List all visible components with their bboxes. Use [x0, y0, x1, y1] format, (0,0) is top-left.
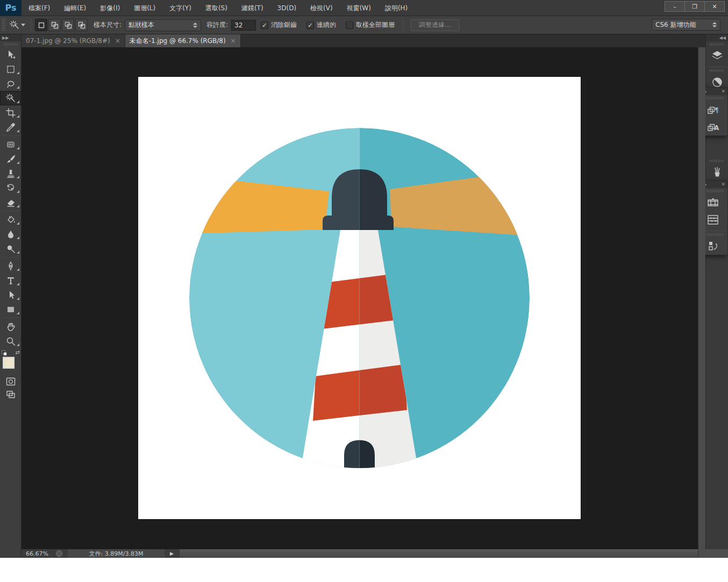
dodge-tool[interactable] — [0, 241, 22, 256]
restore-button[interactable]: ❐ — [684, 1, 705, 12]
dropdown-caret-icon — [712, 22, 717, 27]
tab-title: 07-1.jpg @ 25% (RGB/8#) — [26, 37, 110, 45]
tab-close-icon[interactable]: × — [231, 37, 236, 45]
status-bar: 66.67% 文件: 3.89M/3.83M ▶ — [0, 549, 728, 558]
options-grip[interactable] — [2, 19, 5, 32]
panel-grip[interactable] — [710, 160, 724, 162]
document-canvas[interactable] — [138, 77, 581, 519]
group-close-icon[interactable]: ✕ — [721, 182, 725, 187]
clone-stamp-tool[interactable] — [0, 166, 22, 181]
rectangular-marquee-tool[interactable] — [0, 62, 22, 76]
svg-text:A: A — [714, 124, 719, 132]
menu-image[interactable]: 影像(I) — [93, 0, 127, 16]
healing-brush-tool[interactable] — [0, 137, 22, 152]
eraser-tool[interactable] — [0, 195, 22, 210]
paint-bucket-tool[interactable] — [0, 212, 22, 227]
divider — [2, 135, 19, 136]
options-bar: 樣本尺寸: 點狀樣本 容許度: ✓ 消除鋸齒 ✓ 連續的 取樣全部圖層 調整邊緣… — [0, 16, 728, 34]
contiguous-label: 連續的 — [317, 20, 336, 30]
tolerance-label: 容許度: — [206, 20, 228, 30]
tools-collapse-button[interactable]: ▶▶ — [0, 34, 21, 41]
panel-dock: ◀◀ ▶▶ ✕ ¶ A — [705, 34, 728, 549]
tolerance-input[interactable] — [231, 20, 256, 31]
file-info: 文件: 3.89M/3.83M — [68, 549, 165, 558]
lasso-tool[interactable] — [0, 76, 22, 91]
contiguous-checkbox[interactable]: ✓ — [306, 21, 314, 29]
refine-edge-button[interactable]: 調整邊緣... — [411, 19, 459, 31]
menu-edit[interactable]: 編輯(E) — [57, 0, 93, 16]
panel-grip[interactable] — [710, 43, 724, 46]
brush-tool[interactable] — [0, 152, 22, 166]
menu-window[interactable]: 視窗(W) — [340, 0, 378, 16]
close-button[interactable]: ✕ — [704, 1, 725, 12]
active-tool-preview[interactable] — [8, 20, 27, 30]
status-flyout-button[interactable]: ▶ — [165, 551, 179, 556]
photoshop-window: Ps 檔案(F) 編輯(E) 影像(I) 圖層(L) 文字(Y) 選取(S) 濾… — [0, 0, 728, 558]
hand-tool[interactable] — [0, 319, 22, 334]
cs6-features-value: CS6 新增功能 — [655, 20, 708, 30]
blur-tool[interactable] — [0, 227, 22, 241]
menu-filter[interactable]: 濾鏡(T) — [234, 0, 270, 16]
group-close-icon[interactable]: ✕ — [721, 89, 725, 94]
dropdown-caret-icon — [193, 23, 197, 28]
tab-07-1[interactable]: 07-1.jpg @ 25% (RGB/8#) × — [22, 34, 125, 47]
rectangle-tool[interactable] — [0, 302, 22, 317]
anti-alias-checkbox[interactable]: ✓ — [261, 21, 268, 29]
vertical-scrollbar[interactable] — [698, 47, 705, 549]
magic-wand-tool[interactable] — [0, 91, 22, 105]
default-colors-icon[interactable] — [2, 350, 7, 356]
quick-mask-button[interactable] — [0, 375, 22, 388]
tab-untitled-1[interactable]: 未命名-1.jpg @ 66.7% (RGB/8) × — [125, 34, 241, 47]
dock-collapse-button[interactable]: ◀◀ — [706, 34, 728, 41]
screen-mode-button[interactable] — [0, 388, 22, 401]
layers-panel-icon[interactable] — [706, 47, 728, 64]
divider — [708, 67, 726, 67]
sample-all-layers-checkbox[interactable] — [346, 21, 353, 29]
selection-mode-add-button[interactable] — [48, 19, 61, 31]
menu-file[interactable]: 檔案(F) — [22, 0, 57, 16]
crop-tool[interactable] — [0, 105, 22, 120]
divider — [2, 318, 19, 318]
type-tool[interactable] — [0, 273, 22, 288]
menu-layer[interactable]: 圖層(L) — [127, 0, 162, 16]
menu-3d[interactable]: 3D(D) — [270, 0, 303, 16]
move-tool[interactable] — [0, 47, 22, 62]
horizontal-scrollbar[interactable] — [179, 549, 698, 558]
sample-all-layers-label: 取樣全部圖層 — [356, 20, 395, 30]
tab-close-icon[interactable]: × — [115, 37, 120, 45]
cs6-features-dropdown[interactable]: CS6 新增功能 — [652, 19, 720, 31]
separator — [31, 19, 31, 32]
menu-select[interactable]: 選取(S) — [198, 0, 234, 16]
selection-mode-new-button[interactable] — [35, 19, 47, 31]
history-brush-tool[interactable] — [0, 181, 22, 195]
eyedropper-tool[interactable] — [0, 120, 22, 134]
zoom-tool[interactable] — [0, 334, 22, 348]
menu-type[interactable]: 文字(Y) — [162, 0, 198, 16]
document-icon — [56, 550, 62, 557]
minimize-button[interactable]: – — [665, 1, 685, 12]
canvas-area[interactable] — [22, 47, 698, 549]
pen-tool[interactable] — [0, 258, 22, 273]
foreground-color-swatch[interactable] — [3, 357, 15, 369]
stripe2-right — [360, 364, 408, 415]
lamp-rim-right — [360, 215, 394, 230]
brush-presets-panel-icon[interactable] — [706, 164, 728, 181]
menu-view[interactable]: 檢視(V) — [303, 0, 340, 16]
menu-bar: Ps 檔案(F) 編輯(E) 影像(I) 圖層(L) 文字(Y) 選取(S) 濾… — [0, 0, 728, 16]
magic-wand-icon — [10, 20, 19, 30]
file-info-value: 3.89M/3.83M — [105, 550, 144, 557]
sample-size-dropdown[interactable]: 點狀樣本 — [125, 19, 201, 31]
swap-colors-icon[interactable]: ⇄ — [16, 349, 20, 355]
lighthouse-illustration — [138, 77, 581, 519]
sample-size-label: 樣本尺寸: — [94, 20, 122, 30]
lamp-rim-left — [323, 215, 360, 230]
path-selection-tool[interactable] — [0, 288, 22, 302]
selection-mode-intersect-button[interactable] — [75, 19, 88, 31]
anti-alias-label: 消除鋸齒 — [271, 20, 297, 30]
selection-mode-subtract-button[interactable] — [62, 19, 74, 31]
panel-grip[interactable] — [710, 69, 724, 72]
tools-grip[interactable] — [4, 43, 17, 46]
stripe2-left — [313, 370, 360, 421]
menu-help[interactable]: 說明(H) — [378, 0, 415, 16]
zoom-level-field[interactable]: 66.67% — [22, 550, 53, 557]
